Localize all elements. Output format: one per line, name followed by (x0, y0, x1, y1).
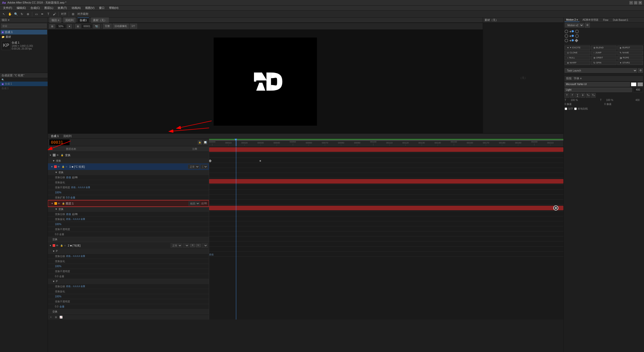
motion-task-dropdown[interactable]: Task Launch (565, 68, 637, 73)
motion-btn-spin[interactable]: ↻ SPIN (591, 61, 617, 65)
tab-footage-panel[interactable]: 素材（无） (91, 18, 109, 23)
motion-task-btn[interactable]: ⚙ (638, 68, 643, 73)
fmt-btn-subscript[interactable]: Ts (591, 93, 596, 98)
fmt-btn-strikethrough[interactable]: T (581, 93, 585, 98)
tl-matte-1[interactable]: 无 (200, 164, 208, 169)
motion-btn-orbit[interactable]: ⊕ ORBIT (591, 56, 617, 60)
project-search-input[interactable] (1, 24, 47, 28)
tl-collapse-video[interactable]: ⊕ (190, 244, 195, 247)
tl-lock-1[interactable]: 🔒 (62, 165, 65, 168)
tab-comp-main[interactable]: 合成1 (78, 18, 89, 23)
tl-layer-lock-comp[interactable]: 🔒 (61, 154, 64, 156)
tab-comp-timeline[interactable]: 合成 1 (49, 134, 60, 138)
motion-left-arrow-2[interactable]: ◀ (569, 34, 571, 37)
tl-layer-row-2[interactable]: ▼ 👁 🔒 图层 1 粗四 起/终 (48, 200, 209, 207)
comp-preview-item-1[interactable]: ▣ 合成 1 (0, 82, 48, 86)
menu-animation[interactable]: 动画(A) (70, 6, 83, 10)
menu-file[interactable]: 文件(F) (1, 6, 14, 10)
tl-mode-2[interactable]: 粗四 (188, 201, 200, 206)
motion-version-dropdown[interactable]: Motion v2 (565, 23, 584, 27)
window-controls[interactable]: − □ × (629, 1, 642, 5)
tab-project-small[interactable]: 项目 ≡ (49, 18, 61, 23)
tl-graph-btn[interactable]: 📊 (203, 140, 207, 145)
right-tab-flow[interactable]: Flow (601, 18, 610, 22)
project-item-footage[interactable]: 📁 素材 (1, 34, 47, 39)
tl-mode-1[interactable]: 正常 (188, 164, 200, 169)
motion-btn-blend[interactable]: ⊕ BLEND (591, 46, 617, 50)
menu-effects[interactable]: 效果(T) (56, 6, 69, 10)
font-style-input[interactable] (565, 88, 632, 92)
motion-left-arrow-3[interactable]: ◀ (569, 39, 571, 42)
tab-flow-list[interactable]: 流程列 (63, 18, 76, 23)
tl-star-video[interactable]: ☆ (64, 244, 67, 247)
tl-fx-video[interactable]: fx (196, 244, 201, 247)
tl-lock-btn[interactable]: 🔒 (198, 140, 202, 145)
close-button[interactable]: × (638, 1, 642, 5)
tl-matte2-video[interactable]: 无 (202, 243, 208, 248)
checkbox-dividing[interactable] (565, 108, 567, 110)
motion-btn-name[interactable]: ✎ NAME (617, 51, 643, 55)
menu-layer[interactable]: 图层(L) (42, 6, 55, 10)
tl-vis-video[interactable]: 👁 (56, 244, 59, 247)
fmt-btn-bold[interactable]: T (565, 93, 569, 98)
tl-sub-section-video-p2[interactable]: ▼ P (48, 279, 209, 284)
font-color-swatch[interactable] (631, 82, 636, 86)
menu-view[interactable]: 视图(V) (83, 6, 96, 10)
motion-btn-warp[interactable]: ⊗ WARP (565, 61, 590, 65)
right-tab-motion2[interactable]: Motion 2 ≡ (565, 18, 579, 22)
tl-layer-row-video[interactable]: ▼ 👁 🔒 ☆ 2 ■ ["轮奖] 正常 (48, 242, 209, 249)
tl-expand-2[interactable]: ▼ (51, 202, 54, 205)
tool-snapping[interactable]: ⊞ (70, 11, 76, 17)
motion-btn-rope[interactable]: ◑ ROPE (617, 56, 643, 60)
motion-btn-null[interactable]: ○ NULL (565, 56, 590, 60)
tl-mode-video[interactable]: 正常 (171, 243, 182, 248)
tool-rotate[interactable]: ↻ (19, 11, 25, 17)
tl-sub-section-transform1[interactable]: ▼ 变换 (48, 158, 209, 163)
tl-sub-section-effects1[interactable]: ▼ 变换 (48, 170, 209, 175)
motion-left-arrow-1[interactable]: ◀ (569, 30, 571, 33)
motion-settings-btn[interactable]: ⚙ (585, 23, 590, 28)
tab-flow-list-tl[interactable]: 流程列 (62, 134, 73, 138)
right-tab-ae-script[interactable]: AE脚本管理器 (581, 18, 600, 22)
tl-layer-row-comp[interactable]: ▼ 👁 🔒 变换 (48, 152, 209, 158)
menu-edit[interactable]: 编辑(E) (15, 6, 28, 10)
tool-anchor[interactable]: ⊕ (25, 11, 31, 17)
maximize-button[interactable]: □ (634, 1, 637, 5)
tl-vis-2[interactable]: 👁 (58, 202, 61, 205)
tl-layer-row-1[interactable]: ▼ 👁 🔒 ☆ 1 ■ ["C 轮奖] 正常 (48, 163, 209, 170)
tool-rect[interactable]: ▭ (34, 11, 39, 17)
tool-zoom[interactable]: 🔍 (13, 11, 19, 17)
tl-sub-section-end[interactable]: 交换 (48, 309, 209, 314)
timeline-time-display[interactable]: 00031 (49, 139, 70, 145)
tool-pen[interactable]: ✒ (40, 11, 45, 17)
tl-add-layer-btn[interactable]: + (49, 315, 53, 319)
tl-sub-transform-end2[interactable]: 交换 (48, 237, 209, 242)
right-tab-duik[interactable]: Duik Bassel:1 (611, 18, 630, 22)
tl-vis-1[interactable]: 👁 (57, 165, 61, 168)
fmt-btn-underline[interactable]: T (575, 93, 580, 98)
comp-frame-btn[interactable]: ⊞ (75, 24, 81, 28)
font-size-input[interactable] (633, 88, 643, 92)
tl-expand-video[interactable]: ▼ (49, 244, 52, 247)
tool-text[interactable]: T (46, 11, 51, 17)
tl-comp-btn[interactable]: ⊞ (54, 315, 58, 319)
menu-help[interactable]: 帮助(H) (107, 6, 120, 10)
tl-sub-transform2[interactable]: ▼ 变换 (48, 207, 209, 212)
checkbox-underline2[interactable] (574, 108, 577, 110)
tl-sub-section-video-p[interactable]: ▼ P (48, 249, 209, 254)
menu-composition[interactable]: 合成(C) (28, 6, 42, 10)
fmt-btn-italic[interactable]: T (570, 93, 574, 98)
motion-btn-stars[interactable]: ✦ STARS (617, 61, 643, 65)
motion-btn-excite[interactable]: ✦ ✦ EXCITE (565, 46, 590, 50)
minimize-button[interactable]: − (629, 1, 633, 5)
motion-btn-clone[interactable]: ⊙ CLONE (565, 51, 590, 55)
tl-expand-1[interactable]: ▼ (50, 165, 53, 168)
menu-window[interactable]: 窗口 (97, 6, 107, 10)
comp-reset-btn[interactable]: ⊞ (49, 24, 55, 28)
tl-star-1[interactable]: ☆ (66, 165, 69, 168)
comp-zoom-btn[interactable]: ▾ (67, 24, 72, 28)
tl-graph-edit-btn[interactable]: 📈 (59, 315, 63, 319)
tool-hand[interactable]: ✋ (7, 11, 13, 17)
tool-select[interactable]: ↖ (1, 11, 7, 17)
motion-btn-jump[interactable]: ↑ JUMP (591, 51, 617, 55)
